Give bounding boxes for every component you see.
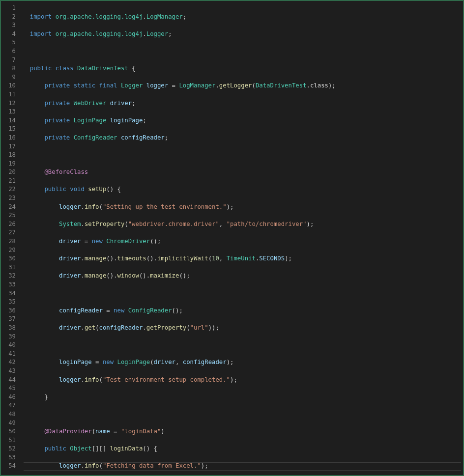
code-line[interactable]: driver.manage().timeouts().implicitlyWai… xyxy=(23,254,463,263)
line-number: 48 xyxy=(1,410,23,419)
line-number: 15 xyxy=(1,125,23,134)
line-number: 29 xyxy=(1,246,23,255)
line-number: 47 xyxy=(1,401,23,410)
code-line[interactable]: private WebDriver driver; xyxy=(23,99,463,108)
line-number: 35 xyxy=(1,298,23,307)
code-line[interactable]: } xyxy=(23,393,463,402)
line-number: 38 xyxy=(1,324,23,333)
line-number: 12 xyxy=(1,99,23,108)
code-line[interactable]: configReader = new ConfigReader(); xyxy=(23,307,463,315)
code-line[interactable]: private ConfigReader configReader; xyxy=(23,134,463,142)
code-line[interactable]: driver.manage().window().maximize(); xyxy=(23,272,463,280)
line-number: 45 xyxy=(1,384,23,393)
code-line[interactable]: private LoginPage loginPage; xyxy=(23,116,463,125)
line-number: 21 xyxy=(1,177,23,186)
code-line[interactable]: import org.apache.logging.log4j.LogManag… xyxy=(23,13,463,22)
line-number: 16 xyxy=(1,134,23,142)
line-number: 33 xyxy=(1,280,23,289)
line-number: 18 xyxy=(1,151,23,160)
line-number: 52 xyxy=(1,445,23,453)
line-number: 43 xyxy=(1,367,23,376)
code-editor[interactable]: 1 2 3 4 5 6 7 8 9 10 11 12 13 14 15 16 1… xyxy=(0,0,464,476)
line-number: 24 xyxy=(1,203,23,212)
code-line[interactable] xyxy=(23,289,463,298)
line-number: 1 xyxy=(1,4,23,13)
code-lines[interactable]: import org.apache.logging.log4j.LogManag… xyxy=(23,4,463,476)
code-line[interactable]: private static final Logger logger = Log… xyxy=(23,82,463,90)
line-number: 13 xyxy=(1,108,23,116)
code-line[interactable]: driver = new ChromeDriver(); xyxy=(23,237,463,246)
line-number: 20 xyxy=(1,168,23,177)
line-number: 54 xyxy=(1,462,23,471)
line-number: 53 xyxy=(1,453,23,462)
line-number: 27 xyxy=(1,228,23,237)
line-number: 2 xyxy=(1,13,23,22)
line-number: 31 xyxy=(1,263,23,272)
code-line[interactable]: logger.info("Fetching data from Excel.")… xyxy=(23,462,463,471)
line-number-gutter: 1 2 3 4 5 6 7 8 9 10 11 12 13 14 15 16 1… xyxy=(1,4,23,476)
code-line[interactable]: public Object[][] loginData() { xyxy=(23,445,463,453)
line-number: 36 xyxy=(1,307,23,315)
line-number: 14 xyxy=(1,116,23,125)
line-number: 26 xyxy=(1,220,23,229)
code-line[interactable] xyxy=(23,151,463,160)
line-number: 10 xyxy=(1,82,23,90)
line-number: 42 xyxy=(1,358,23,367)
line-number: 6 xyxy=(1,47,23,56)
line-number: 7 xyxy=(1,56,23,65)
code-line[interactable] xyxy=(23,341,463,350)
line-number: 49 xyxy=(1,419,23,428)
code-line[interactable]: logger.info("Test environment setup comp… xyxy=(23,376,463,385)
line-number: 3 xyxy=(1,21,23,30)
line-number: 9 xyxy=(1,73,23,82)
line-number: 51 xyxy=(1,436,23,445)
line-number: 17 xyxy=(1,142,23,151)
line-number: 40 xyxy=(1,341,23,350)
line-number: 25 xyxy=(1,211,23,220)
line-number: 22 xyxy=(1,185,23,194)
line-number: 28 xyxy=(1,237,23,246)
code-line[interactable]: @BeforeClass xyxy=(23,168,463,177)
code-line[interactable] xyxy=(23,410,463,419)
line-number: 39 xyxy=(1,333,23,341)
line-number: 50 xyxy=(1,427,23,436)
line-number: 23 xyxy=(1,194,23,203)
line-number: 46 xyxy=(1,393,23,402)
line-number: 37 xyxy=(1,315,23,324)
code-area[interactable]: 1 2 3 4 5 6 7 8 9 10 11 12 13 14 15 16 1… xyxy=(1,1,463,476)
line-number: 32 xyxy=(1,272,23,280)
code-line[interactable]: driver.get(configReader.getProperty("url… xyxy=(23,324,463,333)
line-number: 5 xyxy=(1,38,23,47)
line-number: 30 xyxy=(1,254,23,263)
code-line[interactable] xyxy=(23,47,463,56)
line-number: 44 xyxy=(1,376,23,385)
code-line[interactable]: @DataProvider(name = "loginData") xyxy=(23,427,463,436)
code-line[interactable]: loginPage = new LoginPage(driver, config… xyxy=(23,358,463,367)
line-number: 11 xyxy=(1,90,23,99)
line-number: 4 xyxy=(1,30,23,39)
code-line[interactable]: System.setProperty("webdriver.chrome.dri… xyxy=(23,220,463,229)
line-number: 19 xyxy=(1,160,23,168)
code-line[interactable]: public class DataDrivenTest { xyxy=(23,64,463,73)
code-line[interactable]: logger.info("Setting up the test environ… xyxy=(23,203,463,212)
line-number: 41 xyxy=(1,350,23,359)
line-number: 34 xyxy=(1,289,23,298)
code-line[interactable]: public void setUp() { xyxy=(23,185,463,194)
line-number: 8 xyxy=(1,64,23,73)
code-line[interactable]: import org.apache.logging.log4j.Logger; xyxy=(23,30,463,39)
